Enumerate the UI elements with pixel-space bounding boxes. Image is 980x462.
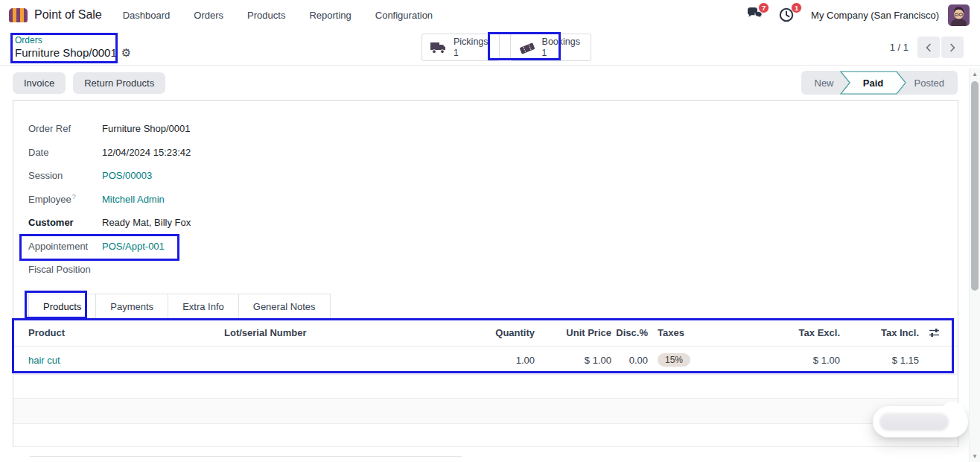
- products-table: Product Lot/serial Number Quantity Unit …: [13, 320, 958, 447]
- control-panel: Orders Furniture Shop/0001 ⚙ Pickings 1: [0, 30, 980, 66]
- breadcrumb-orders-link[interactable]: Orders: [15, 35, 131, 46]
- col-discount[interactable]: Disc.%: [611, 327, 648, 338]
- empty-row: [13, 398, 958, 423]
- notebook-tabs: Products Payments Extra Info General Not…: [28, 294, 943, 320]
- menu-reporting[interactable]: Reporting: [305, 7, 355, 24]
- tab-products[interactable]: Products: [28, 294, 96, 320]
- customer-value[interactable]: Ready Mat, Billy Fox: [102, 217, 191, 228]
- field-label: Employee?: [28, 193, 102, 205]
- breadcrumb-current-label: Furniture Shop/0001: [15, 46, 117, 60]
- return-products-button[interactable]: Return Products: [73, 72, 165, 94]
- ticket-icon: [518, 40, 536, 55]
- tab-general-notes[interactable]: General Notes: [238, 294, 331, 320]
- row-tax-excl[interactable]: $ 1.00: [760, 355, 840, 366]
- bookings-label: Bookings: [542, 37, 580, 48]
- products-table-header: Product Lot/serial Number Quantity Unit …: [13, 320, 958, 346]
- chevron-right-icon: [949, 43, 955, 52]
- row-tax-incl[interactable]: $ 1.15: [840, 355, 919, 366]
- row-discount[interactable]: 0.00: [611, 355, 648, 366]
- pager-previous-button[interactable]: [917, 37, 940, 58]
- field-label: Order Ref: [28, 123, 102, 134]
- scrollbar-thumb[interactable]: [971, 81, 979, 291]
- user-avatar[interactable]: [948, 4, 970, 26]
- pager-text: 1 / 1: [890, 42, 909, 53]
- invoice-button[interactable]: Invoice: [13, 72, 66, 94]
- scroll-up-arrow[interactable]: ▲: [970, 71, 980, 77]
- col-tax-excl[interactable]: Tax Excl.: [760, 327, 840, 338]
- pickings-button[interactable]: Pickings 1: [421, 34, 500, 61]
- messages-badge: 7: [758, 2, 769, 13]
- company-menu[interactable]: My Company (San Francisco): [811, 10, 939, 21]
- row-quantity[interactable]: 1.00: [436, 355, 535, 366]
- bookings-button[interactable]: Bookings 1: [510, 34, 591, 61]
- appointement-link[interactable]: POS/Appt-001: [102, 241, 165, 252]
- chevron-left-icon: [926, 43, 932, 52]
- date-value[interactable]: 12/04/2024 15:23:42: [102, 147, 191, 158]
- field-appointement: Appointement POS/Appt-001: [28, 235, 943, 259]
- col-taxes[interactable]: Taxes: [648, 327, 760, 338]
- blurred-helper-pill[interactable]: [873, 406, 968, 437]
- row-taxes[interactable]: 15%: [648, 353, 760, 367]
- activities-icon[interactable]: 1: [778, 7, 796, 23]
- empty-row: [13, 374, 958, 398]
- form-action-row: Invoice Return Products New Paid Posted: [0, 66, 980, 100]
- empty-row: [13, 423, 958, 447]
- field-label: Customer: [28, 217, 102, 228]
- main-menu: Dashboard Orders Products Reporting Conf…: [118, 7, 437, 24]
- tax-badge: 15%: [658, 353, 690, 367]
- field-date: Date 12/04/2024 15:23:42: [28, 141, 943, 165]
- app-switcher[interactable]: Point of Sale: [9, 8, 102, 22]
- app-title: Point of Sale: [34, 8, 102, 22]
- field-label: Session: [28, 170, 102, 181]
- field-order-ref: Order Ref Furniture Shop/0001: [28, 117, 943, 141]
- scroll-down-arrow[interactable]: ▼: [970, 453, 980, 460]
- pos-app-icon: [9, 8, 28, 22]
- statusbar: New Paid Posted: [801, 71, 958, 95]
- col-lot-serial[interactable]: Lot/serial Number: [224, 327, 436, 338]
- order-form-sheet: Order Ref Furniture Shop/0001 Date 12/04…: [13, 100, 958, 447]
- col-product[interactable]: Product: [13, 327, 224, 338]
- row-product-link[interactable]: hair cut: [13, 355, 224, 366]
- pager: 1 / 1: [890, 37, 964, 58]
- field-session: Session POS/00003: [28, 164, 943, 188]
- gear-icon[interactable]: ⚙: [121, 46, 131, 60]
- pickings-count: 1: [454, 48, 489, 58]
- col-unit-price[interactable]: Unit Price: [535, 327, 611, 338]
- row-unit-price[interactable]: $ 1.00: [535, 355, 611, 366]
- optional-columns-button[interactable]: [919, 328, 949, 338]
- table-row: hair cut 1.00 $ 1.00 0.00 15% $ 1.00 $ 1…: [13, 346, 958, 374]
- field-customer: Customer Ready Mat, Billy Fox: [28, 211, 943, 235]
- stat-buttons: Pickings 1 Bookings 1: [421, 34, 591, 61]
- menu-orders[interactable]: Orders: [189, 7, 228, 24]
- vertical-scrollbar: ▲ ▼: [969, 69, 980, 462]
- menu-configuration[interactable]: Configuration: [371, 7, 437, 24]
- tab-payments[interactable]: Payments: [95, 294, 168, 320]
- col-quantity[interactable]: Quantity: [436, 327, 535, 338]
- field-label: Appointement: [28, 241, 102, 252]
- session-link[interactable]: POS/00003: [102, 170, 152, 181]
- employee-link[interactable]: Mitchell Admin: [102, 194, 165, 205]
- order-ref-value[interactable]: Furniture Shop/0001: [102, 123, 191, 134]
- bookings-count: 1: [542, 48, 580, 58]
- field-label: Date: [28, 147, 102, 158]
- breadcrumb: Orders Furniture Shop/0001 ⚙: [15, 35, 131, 60]
- activities-badge: 1: [791, 2, 802, 13]
- top-navbar: Point of Sale Dashboard Orders Products …: [0, 0, 980, 30]
- help-icon: ?: [72, 193, 76, 200]
- status-step-paid[interactable]: Paid: [850, 71, 897, 95]
- chatter-divider: [30, 456, 462, 457]
- col-tax-incl[interactable]: Tax Incl.: [840, 327, 919, 338]
- field-employee: Employee? Mitchell Admin: [28, 188, 943, 212]
- breadcrumb-current: Furniture Shop/0001 ⚙: [15, 46, 131, 60]
- pager-next-button[interactable]: [941, 37, 964, 58]
- field-fiscal-position: Fiscal Position: [28, 258, 943, 282]
- sliders-icon: [929, 328, 940, 338]
- tab-extra-info[interactable]: Extra Info: [168, 294, 239, 320]
- field-label: Fiscal Position: [28, 264, 102, 275]
- menu-dashboard[interactable]: Dashboard: [118, 7, 175, 24]
- truck-icon: [430, 41, 448, 54]
- pickings-label: Pickings: [454, 37, 489, 48]
- menu-products[interactable]: Products: [243, 7, 290, 24]
- messages-icon[interactable]: 7: [745, 7, 763, 23]
